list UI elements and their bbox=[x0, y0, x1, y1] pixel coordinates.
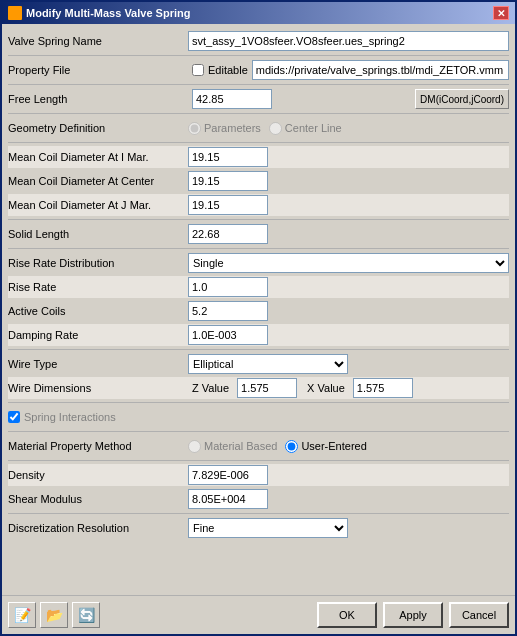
rise-rate-dist-select[interactable]: Single Multiple bbox=[188, 253, 509, 273]
spring-interactions-label: Spring Interactions bbox=[24, 411, 116, 423]
property-file-input[interactable] bbox=[252, 60, 509, 80]
refresh-icon-button[interactable]: 🔄 bbox=[72, 602, 100, 628]
separator-10 bbox=[8, 460, 509, 461]
x-value-label: X Value bbox=[307, 382, 345, 394]
mean-coil-j-input[interactable] bbox=[188, 195, 268, 215]
separator-9 bbox=[8, 431, 509, 432]
title-bar: Modify Multi-Mass Valve Spring ✕ bbox=[2, 2, 515, 24]
wire-dimensions-label: Wire Dimensions bbox=[8, 382, 188, 394]
rise-rate-dist-label: Rise Rate Distribution bbox=[8, 257, 188, 269]
mean-coil-i-label: Mean Coil Diameter At I Mar. bbox=[8, 151, 188, 163]
mean-coil-center-input[interactable] bbox=[188, 171, 268, 191]
free-length-input[interactable] bbox=[192, 89, 272, 109]
wire-type-label: Wire Type bbox=[8, 358, 188, 370]
solid-length-input[interactable] bbox=[188, 224, 268, 244]
property-file-label: Property File bbox=[8, 64, 188, 76]
bottom-right-buttons: OK Apply Cancel bbox=[317, 602, 509, 628]
wire-type-row: Wire Type Elliptical Round bbox=[8, 353, 509, 375]
rise-rate-row: Rise Rate bbox=[8, 276, 509, 298]
rise-rate-input[interactable] bbox=[188, 277, 268, 297]
window-icon bbox=[8, 6, 22, 20]
edit-icon-button[interactable]: 📝 bbox=[8, 602, 36, 628]
cancel-button[interactable]: Cancel bbox=[449, 602, 509, 628]
editable-label: Editable bbox=[208, 64, 248, 76]
mean-coil-center-row: Mean Coil Diameter At Center bbox=[8, 170, 509, 192]
separator-8 bbox=[8, 402, 509, 403]
geometry-radio-group: Parameters Center Line bbox=[188, 122, 342, 135]
damping-rate-label: Damping Rate bbox=[8, 329, 188, 341]
valve-spring-name-row: Valve Spring Name bbox=[8, 30, 509, 52]
geometry-center-radio[interactable] bbox=[269, 122, 282, 135]
mean-coil-i-input[interactable] bbox=[188, 147, 268, 167]
solid-length-row: Solid Length bbox=[8, 223, 509, 245]
mean-coil-i-row: Mean Coil Diameter At I Mar. bbox=[8, 146, 509, 168]
solid-length-label: Solid Length bbox=[8, 228, 188, 240]
shear-modulus-input[interactable] bbox=[188, 489, 268, 509]
active-coils-label: Active Coils bbox=[8, 305, 188, 317]
window-title: Modify Multi-Mass Valve Spring bbox=[26, 7, 190, 19]
folder-icon-button[interactable]: 📂 bbox=[40, 602, 68, 628]
separator-7 bbox=[8, 349, 509, 350]
density-row: Density bbox=[8, 464, 509, 486]
material-based-option: Material Based bbox=[188, 440, 277, 453]
form-content: Valve Spring Name Property File Editable… bbox=[2, 24, 515, 595]
separator-3 bbox=[8, 113, 509, 114]
main-window: Modify Multi-Mass Valve Spring ✕ Valve S… bbox=[0, 0, 517, 636]
mean-coil-center-label: Mean Coil Diameter At Center bbox=[8, 175, 188, 187]
free-length-label: Free Length bbox=[8, 93, 188, 105]
material-property-label: Material Property Method bbox=[8, 440, 188, 452]
property-file-row: Property File Editable bbox=[8, 59, 509, 81]
discretization-select[interactable]: Fine Medium Coarse bbox=[188, 518, 348, 538]
bottom-left-icons: 📝 📂 🔄 bbox=[8, 602, 100, 628]
density-input[interactable] bbox=[188, 465, 268, 485]
free-length-row: Free Length DM(iCoord,jCoord) bbox=[8, 88, 509, 110]
z-value-input[interactable] bbox=[237, 378, 297, 398]
material-radio-group: Material Based User-Entered bbox=[188, 440, 367, 453]
x-value-input[interactable] bbox=[353, 378, 413, 398]
z-value-label: Z Value bbox=[192, 382, 229, 394]
discretization-label: Discretization Resolution bbox=[8, 522, 188, 534]
separator-1 bbox=[8, 55, 509, 56]
geometry-center-option: Center Line bbox=[269, 122, 342, 135]
user-entered-radio[interactable] bbox=[285, 440, 298, 453]
separator-11 bbox=[8, 513, 509, 514]
folder-icon: 📂 bbox=[46, 607, 63, 623]
title-bar-left: Modify Multi-Mass Valve Spring bbox=[8, 6, 190, 20]
geometry-center-label: Center Line bbox=[285, 122, 342, 134]
separator-4 bbox=[8, 142, 509, 143]
wire-dimensions-row: Wire Dimensions Z Value X Value bbox=[8, 377, 509, 399]
user-entered-label: User-Entered bbox=[301, 440, 366, 452]
bottom-bar: 📝 📂 🔄 OK Apply Cancel bbox=[2, 595, 515, 634]
mean-coil-j-row: Mean Coil Diameter At J Mar. bbox=[8, 194, 509, 216]
rise-rate-dist-row: Rise Rate Distribution Single Multiple bbox=[8, 252, 509, 274]
material-based-radio[interactable] bbox=[188, 440, 201, 453]
damping-rate-input[interactable] bbox=[188, 325, 268, 345]
wire-type-select[interactable]: Elliptical Round bbox=[188, 354, 348, 374]
spring-interactions-checkbox[interactable] bbox=[8, 411, 20, 423]
apply-button[interactable]: Apply bbox=[383, 602, 443, 628]
separator-6 bbox=[8, 248, 509, 249]
geometry-params-label: Parameters bbox=[204, 122, 261, 134]
valve-spring-name-label: Valve Spring Name bbox=[8, 35, 188, 47]
edit-icon: 📝 bbox=[14, 607, 31, 623]
shear-modulus-label: Shear Modulus bbox=[8, 493, 188, 505]
geometry-definition-row: Geometry Definition Parameters Center Li… bbox=[8, 117, 509, 139]
close-button[interactable]: ✕ bbox=[493, 6, 509, 20]
editable-checkbox[interactable] bbox=[192, 64, 204, 76]
active-coils-input[interactable] bbox=[188, 301, 268, 321]
material-based-label: Material Based bbox=[204, 440, 277, 452]
valve-spring-name-input[interactable] bbox=[188, 31, 509, 51]
damping-rate-row: Damping Rate bbox=[8, 324, 509, 346]
spring-interactions-row: Spring Interactions bbox=[8, 406, 509, 428]
active-coils-row: Active Coils bbox=[8, 300, 509, 322]
geometry-params-radio[interactable] bbox=[188, 122, 201, 135]
shear-modulus-row: Shear Modulus bbox=[8, 488, 509, 510]
geometry-params-option: Parameters bbox=[188, 122, 261, 135]
ok-button[interactable]: OK bbox=[317, 602, 377, 628]
material-property-row: Material Property Method Material Based … bbox=[8, 435, 509, 457]
rise-rate-label: Rise Rate bbox=[8, 281, 188, 293]
density-label: Density bbox=[8, 469, 188, 481]
dm-button[interactable]: DM(iCoord,jCoord) bbox=[415, 89, 509, 109]
separator-2 bbox=[8, 84, 509, 85]
discretization-row: Discretization Resolution Fine Medium Co… bbox=[8, 517, 509, 539]
